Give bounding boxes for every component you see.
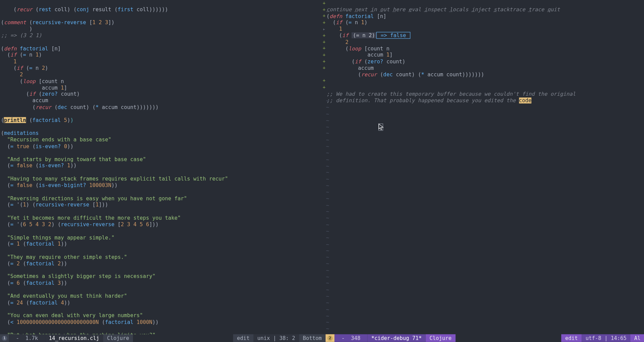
debug-note-line2: ;; definition. That probably happened be… bbox=[327, 98, 519, 104]
empty-line-tildes: ~~~~~ ~~~~~ ~~~~~ ~~~~~ ~~~~~ ~~~~~ ~~~~… bbox=[326, 98, 329, 332]
debug-result: => false bbox=[376, 32, 410, 39]
println-call: println bbox=[4, 117, 26, 123]
scroll-pos-left: Bottom bbox=[299, 334, 326, 342]
encoding-left: unix | 38: 2 bbox=[253, 334, 299, 342]
filesize-right: - 348 bbox=[334, 334, 368, 342]
scroll-pos-right: Al bbox=[630, 334, 644, 342]
left-code-area[interactable]: (recur (rest coll) (conj result (first c… bbox=[0, 0, 323, 334]
code-highlight: code bbox=[519, 98, 531, 104]
right-code-area[interactable]: continue next in out here eval inspect l… bbox=[326, 0, 644, 104]
vertical-split[interactable]: ++++ ▸ ++++ ++ ++ bbox=[323, 0, 326, 334]
mouse-cursor-icon bbox=[378, 124, 383, 131]
mode-right: Clojure bbox=[425, 334, 455, 342]
filename-right: *cider-debug 71* bbox=[368, 334, 426, 342]
edit-state-right: edit bbox=[561, 334, 582, 342]
debug-current-expr: (= n 2) bbox=[352, 33, 376, 39]
window-number-left: 1 bbox=[2, 335, 7, 341]
right-debug-pane[interactable]: continue next in out here eval inspect l… bbox=[326, 0, 644, 334]
debug-note-line1: ;; We had to create this temporary buffe… bbox=[327, 91, 576, 97]
filesize-left: - 1.7k bbox=[9, 334, 45, 342]
status-bar-right: 2 - 348 *cider-debug 71* Clojure edit ut… bbox=[326, 334, 644, 342]
filename-left: 14_recursion.clj bbox=[45, 334, 103, 342]
status-bar-left: 1 - 1.7k 14_recursion.clj Clojure edit u… bbox=[0, 334, 326, 342]
statusbars: 1 - 1.7k 14_recursion.clj Clojure edit u… bbox=[0, 334, 644, 342]
mode-left: Clojure bbox=[103, 334, 133, 342]
edit-state-left: edit bbox=[233, 334, 254, 342]
window-number-right: 2 bbox=[327, 335, 333, 341]
left-editor-pane[interactable]: (recur (rest coll) (conj result (first c… bbox=[0, 0, 323, 334]
encoding-right: utf-8 | 14:65 bbox=[582, 334, 630, 342]
